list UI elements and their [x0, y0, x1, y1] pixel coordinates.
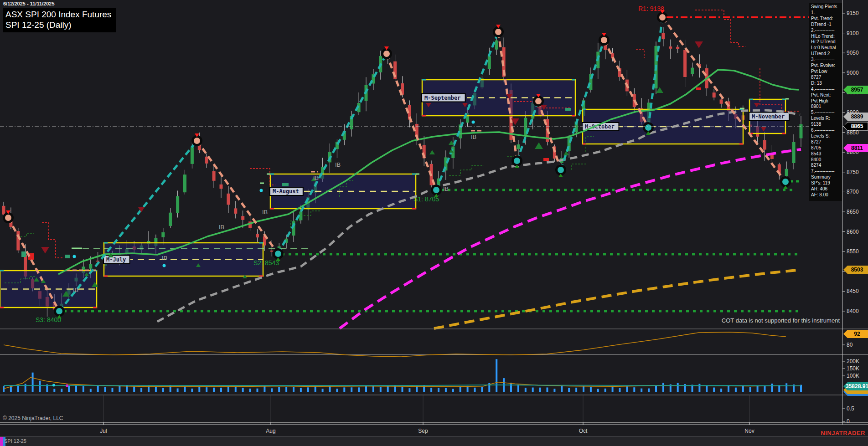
swing-pivots-line: UTrend 2: [811, 51, 841, 57]
swing-pivots-line: 4.-------------: [811, 87, 841, 92]
swing-pivots-line: 1.-------------: [811, 10, 841, 16]
green-order-marker: [565, 108, 571, 111]
candle-body: [713, 92, 716, 97]
last-price-tag: 8865: [851, 123, 863, 129]
swing-pivots-line: 7.-------------: [811, 169, 841, 174]
swing-pivots-line: D: 13: [811, 81, 841, 87]
candle-body: [161, 232, 165, 237]
red-order-marker: [543, 158, 549, 161]
swing-pivots-line: 8727: [811, 139, 841, 145]
cot-unsupported-notice: COT data is not supported for this instr…: [722, 317, 840, 324]
candle-body: [169, 213, 172, 226]
swing-pivots-line: 8543: [811, 151, 841, 157]
fast-ma-tag: 8957: [851, 87, 863, 93]
swing-pivots-line: Hi:2 UTrend: [811, 39, 841, 45]
tab-spi-12-25[interactable]: SPI 12-25: [4, 438, 26, 444]
price-tick-label: 8400: [847, 308, 859, 314]
swing-pivots-line: SP's: 119: [811, 180, 841, 186]
candle-body: [669, 46, 672, 49]
swing-high-marker: [4, 214, 13, 222]
swing-low-marker: [55, 307, 64, 316]
cyan-dot-marker: [73, 255, 76, 258]
swing-pivots-panel: Swing Pivots1.-------------Pvt. Trend:DT…: [809, 3, 842, 201]
price-tick-label: 8700: [847, 189, 859, 195]
swing-pivots-line: Levels S:: [811, 133, 841, 139]
ib-label: IB: [219, 224, 224, 231]
candle-body: [270, 251, 274, 251]
swing-pivots-line: 8400: [811, 157, 841, 163]
green-order-marker: [65, 255, 70, 258]
swing-pivots-line: 8901: [811, 104, 841, 110]
candle-body: [720, 99, 723, 103]
cyan-dot-marker: [163, 264, 166, 267]
swing-pivots-line: 6.-------------: [811, 128, 841, 133]
ninjatrader-logo: NINJATRADER: [821, 430, 865, 436]
panel-tick-label: 150K: [847, 365, 859, 372]
swing-low-marker: [644, 123, 653, 132]
cyan-dot-marker: [472, 121, 475, 124]
swing-pivots-line: 5.-------------: [811, 110, 841, 116]
candle-body: [683, 50, 687, 77]
swing-pivots-line: 8705: [811, 145, 841, 151]
tab-bar: SPI 12-25 NINJATRADER: [0, 436, 868, 446]
swing-pivots-line: Pvt Low: [811, 69, 841, 75]
candle-body: [16, 231, 20, 250]
panel-tick-label: 0: [847, 418, 850, 425]
swing-high-marker: [193, 137, 202, 145]
panel-tick-label: 200K: [847, 358, 859, 364]
swing-high-marker: [600, 36, 609, 45]
month-label: Aug: [266, 428, 275, 434]
date-range: 6/12/2025 - 11/11/2025: [3, 1, 55, 6]
candle-body: [191, 147, 194, 164]
price-tick-label: 8650: [847, 209, 859, 215]
candle-body: [256, 234, 259, 237]
candle-body: [96, 261, 99, 261]
swing-pivots-line: Pvt. Next:: [811, 92, 841, 98]
swing-pivots-line: AR: 406: [811, 186, 841, 192]
swing-pivots-line: 8274: [811, 163, 841, 169]
candle-body: [785, 169, 788, 176]
swing-high-marker: [658, 13, 667, 22]
mid-ma-tag: 8889: [851, 113, 863, 120]
swing-pivots-line: DTrend -1: [811, 22, 841, 28]
swing-high-marker: [494, 28, 503, 36]
chart-title-line1: ASX SPI 200 Index Futures: [5, 9, 111, 20]
candle-body: [676, 47, 679, 49]
candle-body: [495, 41, 498, 50]
swing-pivots-line: HiLo Trend:: [811, 34, 841, 40]
candle-body: [661, 33, 665, 39]
price-tick-label: 8600: [847, 229, 859, 235]
month-label: Oct: [579, 428, 588, 434]
month-box-label: M-August: [273, 188, 299, 195]
swing-pivots-line: AF: 8.00: [811, 192, 841, 198]
ib-label: IB: [335, 161, 341, 168]
price-chart-canvas[interactable]: M-JulyM-AugustM-SeptemberM-OctoberM-Nove…: [0, 0, 868, 446]
price-tick-label: 9050: [847, 50, 859, 56]
swing-pivots-line: Levels R:: [811, 116, 841, 122]
swing-high-marker: [382, 50, 391, 58]
month-box-label: M-November: [752, 113, 785, 120]
swing-low-marker: [513, 157, 522, 165]
cot-value-tag: 92: [854, 331, 860, 337]
price-tick-label: 8750: [847, 169, 859, 175]
swing-low-marker: [274, 250, 283, 258]
price-tick-label: 9000: [847, 70, 859, 76]
support-level-label: S2: 8543: [253, 259, 279, 267]
support-level-label: S3: 8400: [36, 316, 61, 323]
ninjatrader-chart-window: { "header": { "date_range": "6/12/2025 -…: [0, 0, 868, 446]
swing-pivots-line: Swing Pivots: [811, 4, 841, 10]
month-label: Sep: [418, 428, 428, 434]
volume-magenta-dot: [66, 384, 68, 387]
green-order-marker: [21, 251, 26, 257]
candle-body: [241, 216, 244, 220]
swing-pivots-line: 3.-------------: [811, 57, 841, 63]
swing-pivots-line: Lo:0 Neutral: [811, 45, 841, 51]
price-tick-label: 9100: [847, 30, 859, 36]
ib-label: IB: [443, 185, 449, 192]
swing-pivots-line: 9138: [811, 122, 841, 128]
ib-label: IB: [262, 209, 268, 215]
swing-pivots-line: Pvt. Trend:: [811, 16, 841, 22]
volume-value-tag: 35828.91: [846, 383, 868, 390]
swing-pivots-line: Summary: [811, 174, 841, 180]
swing-pivots-line: Pvt. Evolve:: [811, 63, 841, 69]
